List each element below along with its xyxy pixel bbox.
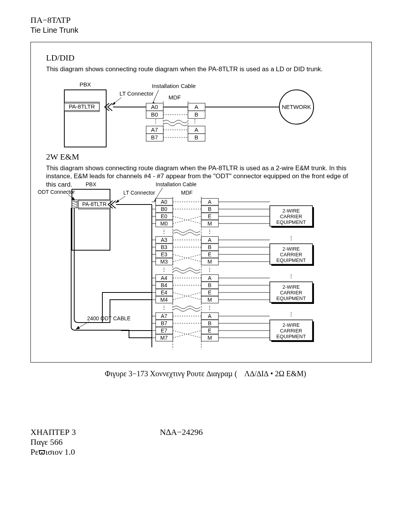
header-title: Tie Line Trunk [30, 26, 78, 35]
svg-text:A: A [208, 237, 212, 243]
svg-text:E: E [208, 328, 211, 334]
svg-text:⋮: ⋮ [207, 305, 212, 311]
page-header: ΠΑ−8ΤΛΤΡ Tie Line Trunk [30, 15, 78, 35]
svg-text:⋮: ⋮ [288, 273, 294, 279]
svg-text:A: A [208, 199, 212, 205]
label-odt: ODT Connector [38, 189, 75, 195]
svg-text:B0: B0 [161, 206, 167, 212]
vdots-icon: ⋮ [192, 118, 198, 124]
svg-text:EQUIPMENT: EQUIPMENT [276, 296, 306, 301]
svg-text:CARRIER: CARRIER [280, 214, 303, 219]
svg-text:A0: A0 [151, 104, 158, 110]
footer-chapter: ΧΗΑΠΤΕΡ 3 [30, 427, 76, 437]
label-inst2: Installation Cable [156, 181, 197, 187]
svg-text:E: E [208, 213, 211, 219]
svg-text:B: B [208, 206, 211, 212]
svg-text:A: A [194, 104, 198, 110]
svg-text:M: M [207, 220, 212, 227]
label-lt1: LT Connector [119, 90, 154, 97]
page-footer: ΧΗΑΠΤΕΡ 3 Παγε 566 Ρεϖισιον 1.0 Ν∆Α−2429… [30, 427, 76, 457]
svg-text:B7: B7 [161, 320, 167, 326]
svg-text:E3: E3 [161, 251, 167, 257]
label-card1: PA-8TLTR [69, 103, 95, 110]
svg-text:B: B [208, 244, 211, 250]
svg-text:E: E [208, 289, 211, 296]
svg-text:M: M [207, 297, 212, 303]
label-inst1: Installation Cable [152, 83, 196, 89]
svg-text:E0: E0 [161, 213, 167, 219]
svg-text:A7: A7 [151, 126, 158, 133]
section1-desc: This diagram shows connecting route diag… [46, 65, 358, 73]
svg-text:B: B [208, 320, 211, 326]
svg-text:⋮: ⋮ [161, 228, 167, 235]
svg-text:2-WIRE: 2-WIRE [282, 322, 300, 328]
svg-marker-46 [115, 200, 119, 203]
svg-text:E: E [208, 251, 211, 257]
svg-marker-173 [76, 326, 80, 329]
diagram-frame: LD/DID This diagram shows connecting rou… [30, 42, 372, 363]
label-mdf2: MDF [181, 190, 193, 196]
svg-text:⋮: ⋮ [161, 305, 167, 311]
svg-text:EQUIPMENT: EQUIPMENT [276, 257, 306, 263]
svg-text:B3: B3 [161, 244, 167, 250]
svg-text:CARRIER: CARRIER [280, 290, 303, 296]
svg-text:CARRIER: CARRIER [280, 328, 303, 334]
footer-docnum: Ν∆Α−24296 [160, 427, 203, 437]
svg-line-140 [173, 292, 201, 300]
svg-text:2-WIRE: 2-WIRE [282, 284, 300, 290]
section2-title: 2W E&M [46, 152, 358, 162]
label-pbx: PBX [80, 81, 91, 88]
diagram-2w-em: PBX PA-8TLTR ODT Connector LT Connector … [34, 178, 369, 361]
svg-text:A: A [208, 313, 212, 319]
svg-rect-39 [72, 189, 110, 250]
svg-line-170 [173, 331, 201, 338]
svg-text:CARRIER: CARRIER [280, 252, 303, 257]
svg-text:EQUIPMENT: EQUIPMENT [276, 334, 306, 339]
svg-text:A: A [208, 275, 212, 281]
svg-text:E4: E4 [161, 289, 167, 296]
svg-text:A7: A7 [161, 313, 167, 319]
header-code: ΠΑ−8ΤΛΤΡ [30, 15, 78, 25]
svg-text:B: B [208, 282, 211, 288]
svg-text:B: B [194, 111, 198, 118]
footer-page: Παγε 566 [30, 437, 76, 447]
svg-text:M4: M4 [160, 297, 168, 303]
label-network: NETWORK [282, 104, 311, 110]
svg-text:M7: M7 [160, 335, 168, 341]
svg-text:B: B [194, 134, 198, 141]
svg-text:A0: A0 [161, 199, 167, 205]
svg-text:M0: M0 [160, 220, 168, 227]
vdots-icon: ⋮ [153, 118, 158, 124]
footer-rev: Ρεϖισιον 1.0 [30, 447, 76, 457]
label-odt-cable: 2400 ODT CABLE [87, 315, 131, 321]
svg-text:⋮: ⋮ [288, 235, 294, 241]
svg-text:EQUIPMENT: EQUIPMENT [276, 219, 306, 225]
page: ΠΑ−8ΤΛΤΡ Tie Line Trunk LD/DID This diag… [0, 0, 411, 532]
svg-text:⋮: ⋮ [207, 228, 212, 235]
svg-text:M3: M3 [160, 259, 168, 265]
svg-line-80 [173, 216, 201, 224]
svg-text:2-WIRE: 2-WIRE [282, 246, 300, 252]
label-pbx2: PBX [86, 181, 97, 187]
label-mdf1: MDF [169, 94, 181, 101]
svg-text:A3: A3 [161, 237, 167, 243]
svg-text:M: M [207, 335, 212, 341]
svg-text:⋮: ⋮ [207, 267, 212, 273]
label-lt2: LT Connector [123, 190, 155, 196]
svg-rect-0 [64, 90, 106, 147]
label-card2: PA-8TLTR [82, 201, 107, 207]
svg-text:B0: B0 [151, 111, 158, 118]
svg-text:M: M [207, 259, 212, 265]
svg-text:B7: B7 [151, 134, 158, 141]
figure-caption: Φιγυρε 3−173 Χοννεχτινγ Ρουτε ∆ιαγραµ ( … [0, 369, 411, 378]
svg-text:2-WIRE: 2-WIRE [282, 208, 300, 214]
section-ld-did: LD/DID This diagram shows connecting rou… [46, 53, 358, 73]
svg-text:E7: E7 [161, 328, 167, 334]
svg-text:A: A [194, 126, 198, 133]
diagram-ld-did: PBX PA-8TLTR LT Connector Installation C… [38, 77, 365, 149]
svg-text:⋮: ⋮ [161, 267, 167, 273]
svg-text:A4: A4 [161, 275, 167, 281]
section1-title: LD/DID [46, 53, 358, 63]
svg-text:⋮: ⋮ [288, 311, 294, 317]
svg-line-110 [173, 254, 201, 262]
